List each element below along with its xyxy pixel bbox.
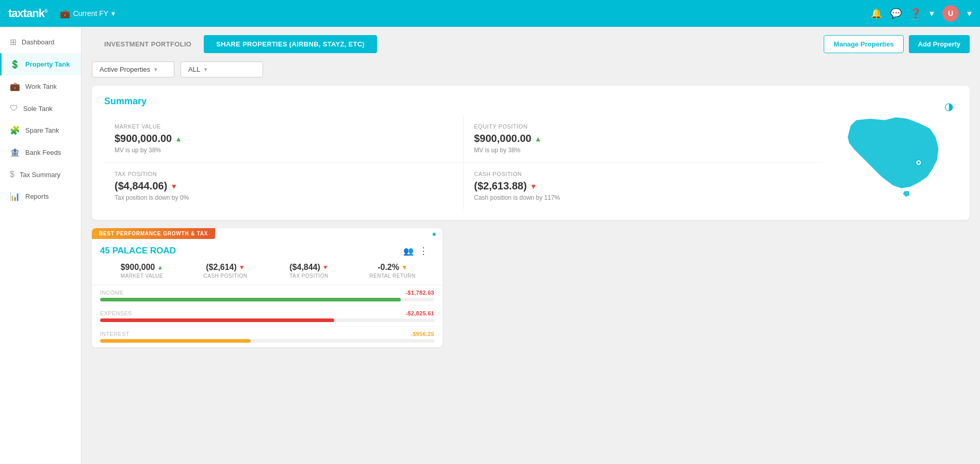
sidebar-item-property-tank[interactable]: 💲 Property Tank <box>0 53 81 75</box>
bank-icon: 🏦 <box>10 148 20 157</box>
bar-value: -$1,782.63 <box>405 290 434 296</box>
cash-label: CASH POSITION <box>474 171 813 177</box>
down-arrow-icon: ▼ <box>401 264 407 271</box>
down-arrow-icon: ▼ <box>170 182 177 190</box>
up-arrow-icon: ▲ <box>534 135 542 143</box>
sidebar-item-reports[interactable]: 📊 Reports <box>0 185 81 207</box>
svg-point-1 <box>918 162 920 164</box>
metric-rental-return: -0.2% ▼ RENTAL RETURN <box>351 263 434 279</box>
bar-value: -$2,825.61 <box>405 310 434 316</box>
summary-grid: MARKET VALUE $900,000.00 ▲ MV is up by 3… <box>104 115 823 210</box>
metric-tax-position: ($4,844) ▼ TAX POSITION <box>267 263 351 279</box>
bar-expenses: EXPENSES -$2,825.61 <box>92 306 443 327</box>
summary-tax: TAX POSITION ($4,844.06) ▼ Tax position … <box>104 163 464 210</box>
pie-chart-icon[interactable]: ◑ <box>944 100 953 113</box>
metric-cash-position: ($2,614) ▼ CASH POSITION <box>184 263 267 279</box>
bell-icon[interactable]: 🔔 <box>871 8 882 19</box>
sidebar-item-bank-feeds[interactable]: 🏦 Bank Feeds <box>0 141 81 164</box>
tab-investment-portfolio[interactable]: INVESTMENT PORTFOLIO <box>92 35 204 53</box>
bar-interest: INTEREST -$956.25 <box>92 327 443 347</box>
sidebar-item-spare-tank[interactable]: 🧩 Spare Tank <box>0 119 81 141</box>
equity-amount: $900,000.00 ▲ <box>474 133 813 145</box>
bar-value: -$956.25 <box>411 331 434 337</box>
tab-actions: Manage Properties Add Property <box>824 35 970 53</box>
down-arrow-icon: ▼ <box>530 182 537 190</box>
property-actions: 👥 ⋮ <box>403 242 436 257</box>
chevron-down-icon: ▾ <box>204 66 207 73</box>
sidebar-item-work-tank[interactable]: 💼 Work Tank <box>0 75 81 98</box>
summary-market-value: MARKET VALUE $900,000.00 ▲ MV is up by 3… <box>104 115 464 163</box>
more-icon[interactable]: ⋮ <box>419 245 428 257</box>
property-badge: BEST PERFORMANCE GROWTH & TAX <box>92 228 215 239</box>
down-arrow-icon: ▼ <box>322 264 329 271</box>
dollar-circle-icon: 💲 <box>10 59 20 69</box>
sidebar-item-label: Dashboard <box>22 38 55 46</box>
sidebar-item-label: Spare Tank <box>25 126 59 134</box>
logo-sup: ® <box>44 9 47 14</box>
bar-label: INCOME <box>100 290 124 296</box>
market-value-label: MARKET VALUE <box>115 123 453 130</box>
dollar-icon: $ <box>10 170 14 179</box>
topnav-right: 🔔 💬 ❓ ▾ U ▾ <box>871 5 972 22</box>
cash-sub: Cash position is down by 117% <box>474 194 813 201</box>
sidebar: ⊞ Dashboard 💲 Property Tank 💼 Work Tank … <box>0 27 81 464</box>
filter-row: Active Properties ▾ ALL ▾ <box>92 61 970 77</box>
grid-icon: ⊞ <box>10 37 17 47</box>
tax-label: TAX POSITION <box>115 171 453 177</box>
filter-active-label: Active Properties <box>100 66 150 73</box>
chevron-down-icon: ▾ <box>154 66 157 73</box>
market-value-amount: $900,000.00 ▲ <box>115 133 453 145</box>
avatar-chevron-icon[interactable]: ▾ <box>967 8 972 19</box>
summary-left: Summary MARKET VALUE $900,000.00 ▲ MV is… <box>104 96 823 210</box>
property-card: BEST PERFORMANCE GROWTH & TAX ● 45 PALAC… <box>92 228 443 347</box>
up-arrow-icon: ▲ <box>157 264 163 271</box>
summary-cash: CASH POSITION ($2,613.88) ▼ Cash positio… <box>464 163 823 210</box>
tax-amount: ($4,844.06) ▼ <box>115 180 453 192</box>
people-icon[interactable]: 👥 <box>403 246 414 256</box>
all-filter[interactable]: ALL ▾ <box>181 61 263 77</box>
bar-label: EXPENSES <box>100 310 132 316</box>
briefcase-icon: 💼 <box>10 82 20 91</box>
property-name: 45 PALACE ROAD <box>92 243 184 256</box>
tab-share-properties[interactable]: SHARE PROPERTIES (AIRBNB, STAYZ, ETC) <box>204 35 377 53</box>
puzzle-icon: 🧩 <box>10 125 20 135</box>
sidebar-item-label: Sole Tank <box>23 105 53 113</box>
shield-icon: 🛡 <box>10 104 18 113</box>
help-icon[interactable]: ❓ <box>910 8 921 19</box>
fy-selector[interactable]: 💼 Current FY ▾ <box>60 9 115 19</box>
add-property-button[interactable]: Add Property <box>909 35 970 53</box>
summary-map: ◑ <box>823 96 957 210</box>
sidebar-item-label: Work Tank <box>25 83 57 90</box>
chat-icon[interactable]: 💬 <box>890 8 902 19</box>
fy-label: Current FY <box>73 9 108 18</box>
sidebar-item-dashboard[interactable]: ⊞ Dashboard <box>0 31 81 53</box>
topnav: taxtank® 💼 Current FY ▾ 🔔 💬 ❓ ▾ U ▾ <box>0 0 980 27</box>
sidebar-item-label: Tax Summary <box>20 171 60 179</box>
main-content: INVESTMENT PORTFOLIO SHARE PROPERTIES (A… <box>81 27 980 464</box>
bar-income: INCOME -$1,782.63 <box>92 285 443 306</box>
manage-properties-button[interactable]: Manage Properties <box>824 35 903 53</box>
bar-track <box>100 339 434 343</box>
summary-equity: EQUITY POSITION $900,000.00 ▲ MV is up b… <box>464 115 823 163</box>
sidebar-item-label: Bank Feeds <box>25 149 61 156</box>
avatar[interactable]: U <box>942 5 959 22</box>
filter-all-label: ALL <box>188 66 200 73</box>
equity-label: EQUITY POSITION <box>474 123 813 130</box>
market-value-sub: MV is up by 38% <box>115 147 453 154</box>
australia-map <box>834 101 947 204</box>
sidebar-item-tax-summary[interactable]: $ Tax Summary <box>0 164 81 185</box>
chevron-down-icon[interactable]: ▾ <box>929 8 934 19</box>
summary-title: Summary <box>104 96 823 107</box>
property-metrics: $900,000 ▲ MARKET VALUE ($2,614) ▼ CASH … <box>92 257 443 285</box>
bar-track <box>100 298 434 301</box>
sidebar-item-label: Property Tank <box>25 60 70 68</box>
sidebar-item-sole-tank[interactable]: 🛡 Sole Tank <box>0 98 81 119</box>
tax-sub: Tax position is down by 0% <box>115 194 453 201</box>
bar-fill <box>100 339 251 343</box>
logo: taxtank® <box>8 7 47 20</box>
up-arrow-icon: ▲ <box>175 135 182 143</box>
active-properties-filter[interactable]: Active Properties ▾ <box>92 61 174 77</box>
cash-amount: ($2,613.88) ▼ <box>474 180 813 192</box>
sidebar-item-label: Reports <box>25 193 49 200</box>
more-options-dot[interactable]: ● <box>432 230 443 238</box>
